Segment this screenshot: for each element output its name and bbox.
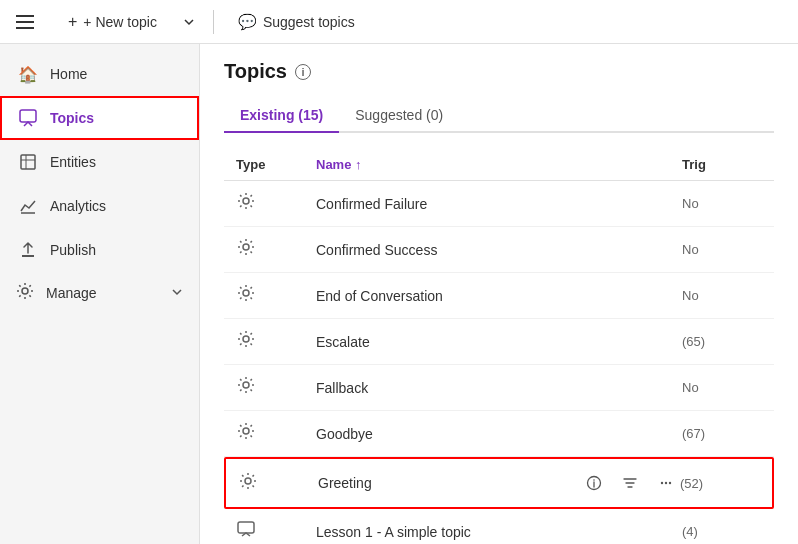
sidebar-item-label: Home [50,66,87,82]
table-row[interactable]: Lesson 1 - A simple topic (4) [224,509,774,544]
row-trig: No [682,242,762,257]
new-topic-button[interactable]: + + New topic [56,7,169,37]
row-trig: (67) [682,426,762,441]
row-trig: (4) [682,524,762,539]
suggest-topics-label: Suggest topics [263,14,355,30]
gear-icon [236,283,316,308]
sidebar-item-topics[interactable]: Topics [0,96,199,140]
table-header: Type Name ↑ Trig [224,149,774,181]
manage-icon [16,282,34,303]
manage-chevron-icon [171,285,183,301]
sidebar-item-analytics[interactable]: Analytics [0,184,199,228]
sidebar-item-publish[interactable]: Publish [0,228,199,272]
main-layout: 🏠 Home Topics Entities [0,44,798,544]
table-row[interactable]: Escalate (65) [224,319,774,365]
sidebar-item-label: Publish [50,242,96,258]
col-type: Type [236,157,316,172]
info-action-icon[interactable] [580,469,608,497]
home-icon: 🏠 [18,64,38,84]
row-name: Greeting [318,475,580,491]
new-topic-dropdown[interactable] [177,10,201,34]
svg-point-10 [245,478,251,484]
row-trig: No [682,288,762,303]
svg-point-9 [243,428,249,434]
menu-icon[interactable] [16,10,40,34]
suggest-topics-button[interactable]: 💬 Suggest topics [226,7,367,37]
suggest-icon: 💬 [238,13,257,31]
row-trig: (65) [682,334,762,349]
plus-icon: + [68,13,77,31]
svg-point-3 [22,288,28,294]
row-actions [580,469,680,497]
sidebar-item-entities[interactable]: Entities [0,140,199,184]
tab-existing[interactable]: Existing (15) [224,99,339,133]
toolbar-divider [213,10,214,34]
svg-point-13 [661,482,663,484]
svg-point-12 [593,479,595,481]
sidebar-item-label: Manage [46,285,97,301]
topics-icon [18,108,38,128]
svg-rect-16 [238,522,254,533]
row-name: Confirmed Success [316,242,682,258]
table-row-greeting[interactable]: Greeting [224,457,774,509]
row-trig: (52) [680,476,760,491]
table-row[interactable]: End of Conversation No [224,273,774,319]
row-name: Fallback [316,380,682,396]
more-action-icon[interactable] [652,469,680,497]
col-trig: Trig [682,157,762,172]
col-name[interactable]: Name ↑ [316,157,682,172]
table-row[interactable]: Confirmed Failure No [224,181,774,227]
svg-point-7 [243,336,249,342]
chat-icon [236,519,316,544]
filter-action-icon[interactable] [616,469,644,497]
svg-point-4 [243,198,249,204]
row-name: Goodbye [316,426,682,442]
page-title: Topics i [224,60,774,83]
new-topic-label: + New topic [83,14,157,30]
sidebar-item-label: Analytics [50,198,106,214]
entities-icon [18,152,38,172]
svg-rect-0 [20,110,36,122]
tabs-container: Existing (15) Suggested (0) [224,99,774,133]
row-name: Confirmed Failure [316,196,682,212]
gear-icon [236,329,316,354]
table-row[interactable]: Goodbye (67) [224,411,774,457]
gear-icon [238,471,318,496]
row-name: End of Conversation [316,288,682,304]
svg-point-14 [665,482,667,484]
row-trig: No [682,380,762,395]
gear-icon [236,421,316,446]
sidebar-item-manage[interactable]: Manage [0,272,199,313]
row-trig: No [682,196,762,211]
gear-icon [236,375,316,400]
svg-point-15 [669,482,671,484]
gear-icon [236,191,316,216]
title-info-icon[interactable]: i [295,64,311,80]
sidebar: 🏠 Home Topics Entities [0,44,200,544]
table-row[interactable]: Confirmed Success No [224,227,774,273]
svg-point-6 [243,290,249,296]
svg-rect-1 [21,155,35,169]
analytics-icon [18,196,38,216]
row-name: Lesson 1 - A simple topic [316,524,682,540]
toolbar: + + New topic 💬 Suggest topics [0,0,798,44]
row-name: Escalate [316,334,682,350]
svg-point-8 [243,382,249,388]
sidebar-item-label: Entities [50,154,96,170]
sidebar-item-label: Topics [50,110,94,126]
sidebar-item-home[interactable]: 🏠 Home [0,52,199,96]
table-row[interactable]: Fallback No [224,365,774,411]
svg-point-5 [243,244,249,250]
tab-suggested[interactable]: Suggested (0) [339,99,459,133]
content-area: Topics i Existing (15) Suggested (0) Typ… [200,44,798,544]
gear-icon [236,237,316,262]
publish-icon [18,240,38,260]
